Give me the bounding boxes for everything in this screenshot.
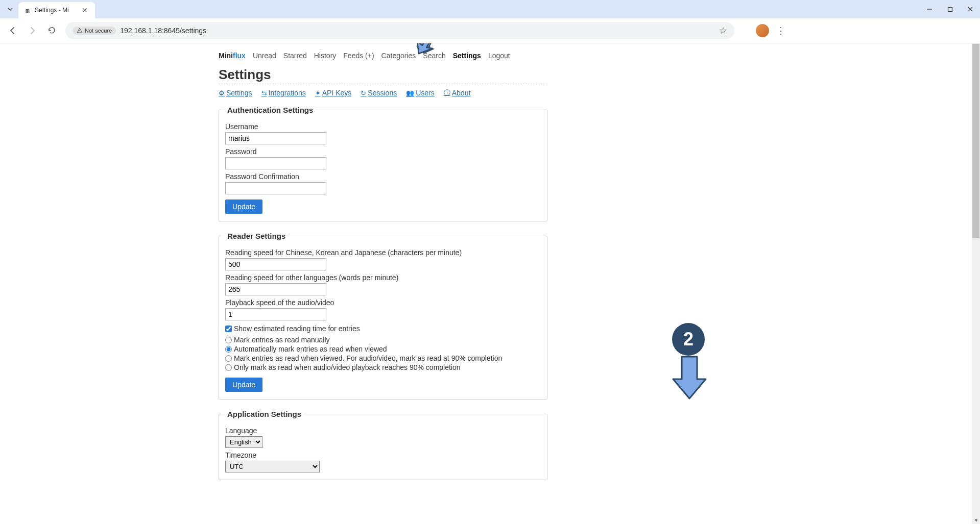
subnav-users[interactable]: 👥Users [406, 88, 435, 97]
mark-read-auto-radio[interactable] [225, 346, 232, 353]
nav-unread[interactable]: Unread [253, 52, 276, 60]
security-chip[interactable]: Not secure [73, 27, 116, 35]
username-label: Username [225, 122, 541, 131]
nav-history[interactable]: History [314, 52, 337, 60]
annotation-badge-2: 2 [672, 323, 705, 356]
page-title: Settings [219, 67, 547, 84]
subnav-settings[interactable]: ⚙Settings [219, 88, 252, 97]
cjk-speed-input[interactable] [225, 258, 326, 270]
subnav-api-keys[interactable]: ✦API Keys [315, 88, 352, 97]
main-nav: Miniflux Unread Starred History Feeds (+… [219, 48, 547, 65]
other-speed-label: Reading speed for other languages (words… [225, 273, 541, 282]
plug-icon: ⇆ [261, 89, 267, 97]
cjk-speed-label: Reading speed for Chinese, Korean and Ja… [225, 248, 541, 257]
window-minimize-button[interactable] [923, 3, 936, 16]
subnav-integrations[interactable]: ⇆Integrations [261, 88, 306, 97]
forward-button[interactable] [25, 23, 40, 38]
key-icon: ✦ [315, 89, 321, 97]
timezone-select[interactable]: UTC [225, 461, 320, 472]
nav-settings[interactable]: Settings [453, 52, 481, 60]
clock-icon: ↻ [361, 89, 366, 97]
arrow-pointer-icon [411, 43, 447, 58]
password-label: Password [225, 147, 541, 156]
svg-rect-1 [948, 7, 952, 11]
playback-speed-label: Playback speed of the audio/video [225, 298, 541, 307]
show-estimated-label: Show estimated reading time for entries [234, 325, 360, 333]
subnav-about[interactable]: ⓘAbout [444, 88, 471, 97]
security-text: Not secure [85, 28, 112, 34]
info-icon: ⓘ [444, 88, 450, 97]
mark-read-av-only-label: Only mark as read when audio/video playb… [234, 363, 461, 371]
auth-update-button[interactable]: Update [225, 199, 262, 214]
app-legend: Application Settings [225, 410, 303, 418]
reader-settings-fieldset: Reader Settings Reading speed for Chines… [219, 232, 547, 400]
vertical-scrollbar[interactable]: ▾ [972, 43, 980, 524]
reload-button[interactable] [44, 23, 59, 38]
back-button[interactable] [5, 23, 20, 38]
window-maximize-button[interactable] [943, 3, 957, 16]
page-viewport: Miniflux Unread Starred History Feeds (+… [0, 43, 980, 524]
language-label: Language [225, 427, 541, 435]
settings-subnav: ⚙Settings ⇆Integrations ✦API Keys ↻Sessi… [219, 85, 547, 106]
users-icon: 👥 [406, 89, 414, 97]
browser-tab[interactable]: m Settings - Mi ✕ [18, 2, 95, 18]
nav-logout[interactable]: Logout [488, 52, 510, 60]
nav-feeds[interactable]: Feeds (+) [343, 52, 374, 60]
gear-icon: ⚙ [219, 89, 225, 97]
mark-read-av-label: Mark entries as read when viewed. For au… [234, 354, 502, 362]
address-bar[interactable]: Not secure 192.168.1.18:8645/settings ☆ [65, 22, 734, 39]
password-confirmation-label: Password Confirmation [225, 172, 541, 181]
language-select[interactable]: English [225, 436, 262, 448]
mark-read-auto-label: Automatically mark entries as read when … [234, 345, 387, 353]
mark-read-av-radio[interactable] [225, 355, 232, 362]
window-close-button[interactable] [964, 3, 977, 16]
arrow-down-icon [669, 355, 710, 401]
profile-avatar[interactable] [756, 24, 769, 37]
password-confirmation-input[interactable] [225, 182, 326, 194]
tab-favicon-icon: m [23, 6, 32, 14]
reader-update-button[interactable]: Update [225, 378, 262, 392]
mark-read-manual-radio[interactable] [225, 337, 232, 343]
url-text: 192.168.1.18:8645/settings [120, 27, 715, 35]
tab-title: Settings - Mi [35, 7, 77, 14]
reader-legend: Reader Settings [225, 232, 288, 240]
scrollbar-thumb[interactable] [972, 44, 979, 238]
authentication-settings-fieldset: Authentication Settings Username Passwor… [219, 106, 547, 221]
playback-speed-input[interactable] [225, 308, 326, 320]
timezone-label: Timezone [225, 451, 541, 459]
browser-menu-button[interactable]: ⋮ [773, 25, 788, 36]
mark-read-av-only-radio[interactable] [225, 364, 232, 371]
password-input[interactable] [225, 157, 326, 169]
scroll-down-arrow-icon[interactable]: ▾ [972, 516, 980, 524]
application-settings-fieldset: Application Settings Language English Ti… [219, 410, 547, 480]
warning-icon [77, 28, 83, 34]
subnav-sessions[interactable]: ↻Sessions [361, 88, 397, 97]
nav-starred[interactable]: Starred [283, 52, 307, 60]
browser-toolbar: Not secure 192.168.1.18:8645/settings ☆ … [0, 18, 980, 43]
brand-logo[interactable]: Miniflux [219, 52, 246, 60]
page-content: Miniflux Unread Starred History Feeds (+… [219, 43, 547, 480]
tab-dropdown-button[interactable] [4, 3, 16, 15]
bookmark-star-icon[interactable]: ☆ [719, 25, 727, 36]
show-estimated-checkbox[interactable] [225, 326, 232, 332]
username-input[interactable] [225, 132, 326, 144]
auth-legend: Authentication Settings [225, 106, 315, 114]
close-tab-icon[interactable]: ✕ [80, 6, 90, 14]
browser-tab-strip: m Settings - Mi ✕ [0, 0, 980, 18]
other-speed-input[interactable] [225, 283, 326, 295]
svg-point-5 [80, 32, 80, 32]
mark-read-manual-label: Mark entries as read manually [234, 336, 330, 344]
